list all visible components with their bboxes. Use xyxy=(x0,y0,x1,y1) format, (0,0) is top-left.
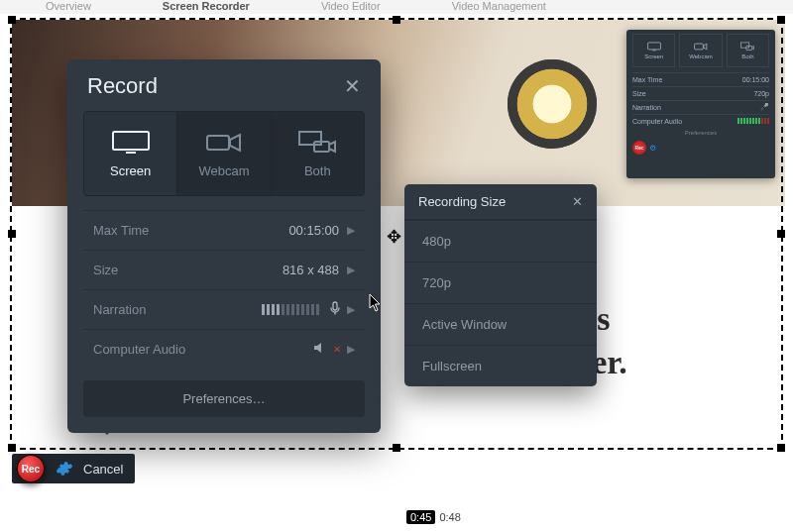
narration-label: Narration xyxy=(93,302,262,317)
resize-handle-tc[interactable] xyxy=(393,16,400,24)
size-menu-header: Recording Size ✕ xyxy=(404,184,597,220)
row-max-time[interactable]: Max Time 00:15:00 ▶ xyxy=(83,210,365,250)
playback-current: 0:45 xyxy=(406,510,435,524)
record-button[interactable]: Rec xyxy=(16,454,46,483)
gear-icon xyxy=(56,460,73,478)
size-option-480p[interactable]: 480p xyxy=(404,220,597,262)
size-option-fullscreen[interactable]: Fullscreen xyxy=(404,345,597,386)
resize-handle-br[interactable] xyxy=(777,444,785,452)
chevron-right-icon: ▶ xyxy=(347,303,355,316)
preferences-button[interactable]: Preferences… xyxy=(83,380,365,417)
tab-overview[interactable]: Overview xyxy=(40,0,97,12)
resize-handle-ml[interactable] xyxy=(8,230,16,238)
tab-webcam-label: Webcam xyxy=(198,163,249,178)
mouse-cursor-icon xyxy=(369,293,383,313)
svg-rect-8 xyxy=(299,132,321,145)
move-handle-icon[interactable]: ✥ xyxy=(387,226,401,248)
record-popover: Record ✕ Screen Webcam Both Max Time 00:… xyxy=(67,59,381,433)
size-option-720p[interactable]: 720p xyxy=(404,262,597,303)
resize-handle-mr[interactable] xyxy=(777,230,785,238)
size-option-active-window[interactable]: Active Window xyxy=(404,303,597,345)
settings-button[interactable] xyxy=(56,460,73,478)
chevron-right-icon: ▶ xyxy=(347,224,355,237)
svg-rect-6 xyxy=(126,152,136,154)
monitor-icon xyxy=(111,130,151,156)
webcam-icon xyxy=(204,130,244,156)
svg-rect-7 xyxy=(207,136,229,150)
page-topnav: Overview Screen Recorder Video Editor Vi… xyxy=(0,0,793,14)
close-icon[interactable]: ✕ xyxy=(572,194,583,209)
tab-screen-recorder[interactable]: Screen Recorder xyxy=(157,0,256,12)
recording-size-menu: Recording Size ✕ 480p 720p Active Window… xyxy=(404,184,597,386)
chevron-right-icon: ▶ xyxy=(347,264,355,276)
row-size[interactable]: Size 816 x 488 ▶ xyxy=(83,250,365,289)
tab-both-label: Both xyxy=(304,163,331,178)
size-label: Size xyxy=(93,263,283,277)
playback-total: 0:48 xyxy=(439,511,460,523)
size-menu-title: Recording Size xyxy=(418,194,506,209)
resize-handle-bc[interactable] xyxy=(393,444,400,452)
tab-screen[interactable]: Screen xyxy=(84,112,177,195)
microphone-icon xyxy=(329,301,341,318)
tab-video-management[interactable]: Video Management xyxy=(446,0,552,12)
record-header: Record ✕ xyxy=(67,59,381,111)
row-computer-audio[interactable]: Computer Audio ✕ ▶ xyxy=(83,329,365,369)
chevron-right-icon: ▶ xyxy=(347,343,355,356)
max-time-label: Max Time xyxy=(93,223,288,238)
size-value: 816 x 488 xyxy=(283,263,339,277)
tab-screen-label: Screen xyxy=(110,163,151,178)
computer-audio-label: Computer Audio xyxy=(93,342,313,357)
tab-both[interactable]: Both xyxy=(272,112,364,195)
input-level-icon xyxy=(262,304,319,315)
speaker-muted-icon xyxy=(313,341,329,358)
tab-video-editor[interactable]: Video Editor xyxy=(315,0,387,12)
max-time-value: 00:15:00 xyxy=(288,223,339,238)
recording-control-bar: Rec Cancel xyxy=(12,454,135,483)
resize-handle-tl[interactable] xyxy=(8,16,16,24)
resize-handle-bl[interactable] xyxy=(8,444,16,452)
cancel-button[interactable]: Cancel xyxy=(83,462,123,477)
mute-x-icon: ✕ xyxy=(333,344,341,355)
row-narration[interactable]: Narration ▶ xyxy=(83,289,365,329)
resize-handle-tr[interactable] xyxy=(777,16,785,24)
record-title: Record xyxy=(87,73,158,99)
both-icon xyxy=(297,130,337,156)
tab-webcam[interactable]: Webcam xyxy=(177,112,271,195)
close-icon[interactable]: ✕ xyxy=(344,74,361,98)
record-source-tabs: Screen Webcam Both xyxy=(83,111,365,196)
svg-rect-5 xyxy=(113,132,149,150)
playback-time: 0:45 0:48 xyxy=(406,510,461,524)
